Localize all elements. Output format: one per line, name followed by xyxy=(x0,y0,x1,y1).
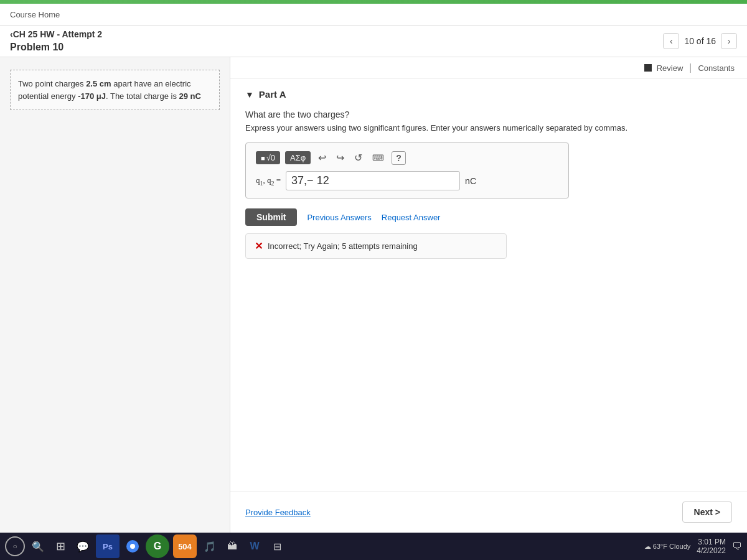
taskbar-weather-text: ☁ 63°F Cloudy xyxy=(644,543,691,551)
help-button[interactable]: ? xyxy=(392,151,406,165)
start-button[interactable]: ○ xyxy=(5,536,25,556)
problem-description: Two point charges 2.5 cm apart have an e… xyxy=(10,70,220,110)
instruction-text: Express your answers using two significa… xyxy=(245,123,732,133)
next-button[interactable]: Next > xyxy=(682,502,732,523)
part-a-label: Part A xyxy=(259,89,286,100)
incorrect-box: ✕ Incorrect; Try Again; 5 attempts remai… xyxy=(245,233,507,259)
svg-point-1 xyxy=(130,544,135,549)
part-header: ▼ Part A xyxy=(245,89,732,100)
constants-link[interactable]: Constants xyxy=(698,63,735,73)
divider: | xyxy=(689,62,692,73)
unit-label: nC xyxy=(465,176,476,186)
course-home-link[interactable]: Course Home xyxy=(10,10,60,19)
review-link[interactable]: Review xyxy=(644,63,684,73)
prev-problem-button[interactable]: ‹ xyxy=(663,33,679,49)
main-area: Course Home ‹CH 25 HW - Attempt 2 Proble… xyxy=(0,4,747,533)
toolbar: ■ √0 ΑΣφ ↩ ↪ ↺ ⌨ ? xyxy=(256,151,558,165)
screen: Course Home ‹CH 25 HW - Attempt 2 Proble… xyxy=(0,0,747,560)
submit-button[interactable]: Submit xyxy=(245,208,297,226)
x-icon: ✕ xyxy=(255,240,263,252)
review-icon xyxy=(644,64,652,72)
refresh-button[interactable]: ↺ xyxy=(352,151,365,165)
keyboard-button[interactable]: ⌨ xyxy=(370,152,387,164)
answer-box: ■ √0 ΑΣφ ↩ ↪ ↺ ⌨ ? xyxy=(245,142,569,198)
taskbar-icon-widgets[interactable]: ⊞ xyxy=(51,537,70,556)
course-home-nav: Course Home xyxy=(0,4,747,26)
problem-count: 10 of 16 xyxy=(684,36,716,46)
taskbar-chrome[interactable] xyxy=(123,537,142,556)
cloud-icon: ☁ xyxy=(644,543,651,550)
taskbar-icon-misc[interactable]: ⊟ xyxy=(268,537,286,556)
collapse-arrow-icon[interactable]: ▼ xyxy=(245,90,254,100)
taskbar-word[interactable]: W xyxy=(245,537,264,556)
problem-title: Problem 10 xyxy=(10,42,102,53)
request-answer-link[interactable]: Request Answer xyxy=(382,213,441,222)
incorrect-text: Incorrect; Try Again; 5 attempts remaini… xyxy=(268,241,418,251)
top-links: Review | Constants xyxy=(230,57,747,79)
redo-button[interactable]: ↪ xyxy=(334,151,347,165)
taskbar-app-orange[interactable]: 504 xyxy=(173,534,197,558)
format-button[interactable]: ■ √0 xyxy=(256,151,280,164)
undo-button[interactable]: ↩ xyxy=(316,151,329,165)
answer-input[interactable] xyxy=(286,171,460,190)
nav-controls: ‹ 10 of 16 › xyxy=(663,33,737,49)
problem-description-text: Two point charges 2.5 cm apart have an e… xyxy=(18,79,201,101)
sigma-button[interactable]: ΑΣφ xyxy=(285,151,311,164)
taskbar-right: ☁ 63°F Cloudy 3:01 PM 4/2/2022 🗨 xyxy=(644,538,742,555)
taskbar-notification[interactable]: 🗨 xyxy=(732,541,742,552)
input-row: q1, q2 = nC xyxy=(256,171,558,190)
taskbar-icon-search[interactable]: 🔍 xyxy=(29,537,47,556)
taskbar-icon-mountain[interactable]: 🏔 xyxy=(223,537,242,556)
right-panel: Review | Constants ▼ Part A What are the… xyxy=(230,57,747,533)
taskbar-icon-chat[interactable]: 💬 xyxy=(73,537,92,556)
input-label: q1, q2 = xyxy=(256,175,281,187)
taskbar-datetime: 3:01 PM 4/2/2022 xyxy=(697,538,726,555)
buttons-row: Submit Previous Answers Request Answer xyxy=(245,208,732,226)
part-a-section: ▼ Part A What are the two charges? Expre… xyxy=(230,79,747,491)
assignment-title-area: ‹CH 25 HW - Attempt 2 Problem 10 xyxy=(10,29,102,53)
content-body: Two point charges 2.5 cm apart have an e… xyxy=(0,57,747,533)
header-row: ‹CH 25 HW - Attempt 2 Problem 10 ‹ 10 of… xyxy=(0,26,747,57)
taskbar: ○ 🔍 ⊞ 💬 Ps G 504 🎵 🏔 W ⊟ ☁ 63°F Cloudy xyxy=(0,533,747,560)
taskbar-icon-music[interactable]: 🎵 xyxy=(200,537,219,556)
provide-feedback-link[interactable]: Provide Feedback xyxy=(245,508,311,517)
bottom-area: Provide Feedback Next > xyxy=(230,491,747,533)
assignment-title: ‹CH 25 HW - Attempt 2 xyxy=(10,29,102,39)
taskbar-photoshop[interactable]: Ps xyxy=(96,534,120,558)
left-panel: Two point charges 2.5 cm apart have an e… xyxy=(0,57,230,533)
taskbar-app-green[interactable]: G xyxy=(146,534,169,558)
next-problem-button[interactable]: › xyxy=(721,33,737,49)
question-text: What are the two charges? xyxy=(245,110,732,119)
previous-answers-link[interactable]: Previous Answers xyxy=(307,213,371,222)
